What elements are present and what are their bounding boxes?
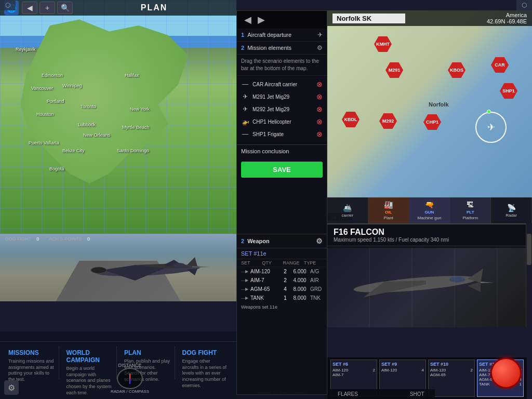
city-label-toronto: Toronto — [81, 104, 96, 109]
city-label-myrtle: Myrtle Beach — [122, 125, 150, 130]
remove-shp1-button[interactable]: ⊗ — [316, 130, 323, 138]
red-button[interactable] — [490, 357, 522, 389]
step1-label: Aircraft departure — [247, 32, 317, 38]
panel-nav: ◀ ▶ — [237, 11, 327, 29]
step1-row[interactable]: 1 Aircraft departure ✈ — [237, 29, 327, 42]
w3-qty: 4 — [281, 286, 289, 292]
radar-tool-icon: 📡 — [507, 204, 516, 212]
step2-row[interactable]: 2 Mission elements ⚙ — [237, 42, 327, 55]
w1-qty: 2 — [281, 269, 289, 274]
stats-row — [0, 331, 236, 342]
city-label-winnipeg: Winnipeg — [62, 83, 82, 88]
radar-tool-label: Radar — [506, 213, 517, 218]
city-label-santo: Santo Domingo — [117, 148, 149, 153]
add-button[interactable]: + — [39, 2, 55, 14]
platform-tool-label: Platform — [462, 216, 478, 220]
plt-tag: PLT — [467, 210, 474, 215]
wset11e-tank-qty: 1 — [520, 382, 522, 387]
main-map[interactable]: Reykjavik Edmonton Winnipeg Halifax Vanc… — [0, 0, 236, 239]
tool-oil[interactable]: 🏭 OIL Plant — [368, 197, 409, 223]
aircraft-circle: ✈ — [475, 112, 507, 143]
weapon-columns: SET QTY RANGE TYPE — [237, 259, 327, 267]
city-label-new-orleans: New Orleans — [83, 132, 110, 138]
weapon-panel: 2 Weapon ⚙ SET #11e SET QTY RANGE TYPE —… — [236, 234, 327, 395]
top-right-icon: ⬡ — [516, 0, 532, 10]
list-item: ✈ M291 Jet Mig29 ⊗ — [237, 90, 327, 103]
wset6-title: SET #6 — [332, 362, 375, 367]
hex-shape-kbdl: KBDL — [342, 112, 360, 127]
mission-panel: ◀ ▶ 1 Aircraft departure ✈ 2 Mission ele… — [236, 10, 327, 244]
tool-platform[interactable]: 🏗 PLT Platform — [450, 197, 491, 223]
wset11e-aim7-label: AIM-7 — [479, 373, 490, 377]
hex-shape-m291: M291 — [385, 62, 403, 78]
list-item: — CAR Aircraft carrier ⊗ — [237, 78, 327, 90]
wset10-aim120-qty: 2 — [471, 368, 473, 373]
wset6-row1: AIM-1202 — [332, 368, 375, 373]
nav-missions[interactable]: MISSIONS Training missions and assignmen… — [4, 346, 59, 379]
distance-label: DISTANCE — [118, 363, 142, 368]
weapon-row-tank: —▶ TANK 1 8.000 TNK — [237, 294, 327, 302]
aircraft-marker-icon: ✈ — [487, 122, 495, 133]
location-box: Norfolk SK — [332, 14, 405, 23]
scroll-track[interactable] — [526, 223, 532, 327]
w1-arrow: —▶ — [241, 269, 248, 274]
tool-radar[interactable]: 📡 Radar — [491, 197, 532, 223]
wset9-aim120-qty: 4 — [422, 368, 424, 373]
nav-forward-arrow[interactable]: ▶ — [255, 13, 268, 26]
aircraft-3d-area: DOG FIGHT 0 ACH.S POINTS 0 — [0, 234, 236, 301]
weapon-row-aim7: —▶ AIM-7 2 4.000 AIR — [237, 276, 327, 285]
w4-qty: 1 — [281, 295, 289, 301]
remove-m292-button[interactable]: ⊗ — [316, 105, 323, 113]
w2-type: AIR — [310, 277, 323, 283]
mig291-icon: ✈ — [241, 93, 249, 100]
weapon-set-label: SET #11e — [237, 248, 327, 259]
settings-button[interactable]: ⚙ — [4, 380, 19, 395]
back-button[interactable]: ◀ — [22, 2, 37, 14]
carrier-tool-icon: 🚢 — [343, 204, 352, 212]
hex-kbdl: KBDL — [342, 112, 360, 127]
w3-type: GRD — [310, 286, 323, 292]
tool-carrier[interactable]: 🚢 carrier — [327, 197, 368, 223]
missions-desc: Training missions and assignments aimed … — [8, 358, 55, 383]
nav-back-arrow[interactable]: ◀ — [241, 13, 255, 26]
compass-area: DISTANCE RADAR / COMPASS — [104, 363, 156, 394]
city-label-bogota: Bogotá — [49, 166, 64, 171]
hex-chp1: CHP1 — [423, 114, 441, 130]
w4-name: TANK — [250, 295, 279, 301]
w3-arrow: —▶ — [241, 287, 248, 291]
weapon-row-aim120: —▶ AIM-120 2 6.000 A/G — [237, 267, 327, 276]
tool-gun[interactable]: 🔫 GUN Machine gun — [409, 197, 450, 223]
save-button[interactable]: SAVE — [241, 162, 323, 178]
achpoints-label: ACH.S POINTS — [49, 236, 82, 242]
drag-hint: Drag the scenario elements to the bar at… — [237, 55, 327, 76]
f16-panel: F16 FALCON Maximum speed 1.150 kts / Fue… — [327, 223, 527, 327]
platform-tool-icon: 🏗 — [467, 201, 474, 209]
remove-car-button[interactable]: ⊗ — [316, 80, 323, 88]
scroll-thumb[interactable] — [527, 234, 531, 265]
search-button[interactable]: 🔍 — [57, 2, 73, 14]
remove-m291-button[interactable]: ⊗ — [316, 92, 323, 101]
wset9-title: SET #9 — [381, 362, 424, 367]
hex-shape-m292: M292 — [379, 113, 397, 129]
svg-point-13 — [173, 263, 185, 268]
gun-tag: GUN — [425, 210, 434, 215]
radar-compass-label: RADAR / COMPASS — [111, 389, 149, 394]
element-m291: M291 Jet Mig29 — [252, 94, 313, 100]
world-campaign-title: WORLD CAMPAIGN — [66, 349, 113, 364]
mission-elements-icon: ⚙ — [317, 44, 323, 51]
element-chp1: CHP1 Helicopter — [252, 119, 313, 125]
region-text: America — [487, 12, 527, 18]
coord-text: 42.69N -69.48E — [487, 18, 527, 24]
weapon-set-10[interactable]: SET #10 AIM-1202 AGM-65 — [428, 360, 475, 397]
remove-chp1-button[interactable]: ⊗ — [316, 117, 323, 126]
w2-name: AIM-7 — [250, 277, 279, 283]
dogfight-label: DOG FIGHT — [5, 236, 31, 242]
wset6-aim120-qty: 2 — [373, 368, 375, 373]
city-label-puerto: Puerto Vallarta — [29, 140, 59, 145]
nav-dog-fight[interactable]: DOG FIGHT Engage other aircrafts in a se… — [178, 346, 233, 379]
tactical-map[interactable]: Norfolk SK America 42.69N -69.48E KMHT C… — [327, 10, 532, 223]
col-type: TYPE — [304, 260, 323, 265]
plan-title: PLAN — [76, 3, 232, 12]
list-item: ✈ M292 Jet Mig29 ⊗ — [237, 103, 327, 115]
hangar-lines — [327, 248, 527, 327]
